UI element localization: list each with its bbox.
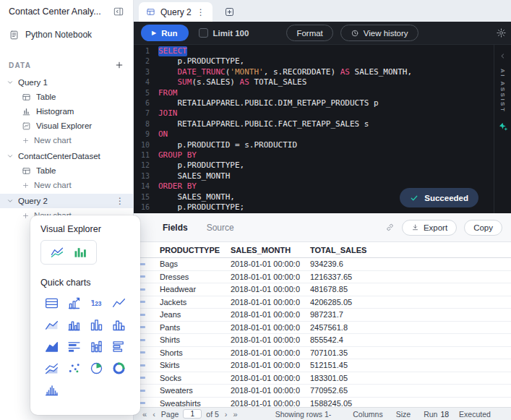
results-panel: Fields Source Export Copy PRODUCTTYPESAL… xyxy=(134,213,511,407)
tree-item-label: Visual Explorer xyxy=(36,121,127,130)
column-header[interactable]: PRODUCTTYPE xyxy=(150,246,220,254)
code-line[interactable]: 1SELECT xyxy=(134,46,494,56)
tab-menu-icon[interactable]: ⋮ xyxy=(197,7,205,17)
line-number: 15 xyxy=(134,192,150,202)
code-line[interactable]: 3 DATE_TRUNC('MONTH', s.RECORDDATE) AS S… xyxy=(134,67,494,77)
page-input[interactable]: 1 xyxy=(183,409,202,419)
item-menu-icon[interactable]: ⋮ xyxy=(113,196,127,206)
ai-sparkle-icon[interactable] xyxy=(498,121,508,132)
code-line[interactable]: 8 RETAILAPPAREL.PUBLIC.FACT_RETAPP_SALES… xyxy=(134,119,494,129)
run-count-label: Run xyxy=(424,410,437,419)
code-line[interactable]: 10 p.PRODUCTID = s.PRODUCTID xyxy=(134,140,494,150)
column-header[interactable]: SALES_MONTH xyxy=(220,246,300,254)
new-tab-icon[interactable] xyxy=(224,7,235,17)
code-line[interactable]: 11GROUP BY xyxy=(134,150,494,160)
table-row[interactable]: Dresses2018-01-01 00:00:001216337.65 xyxy=(134,271,511,284)
explorer-preview-card[interactable] xyxy=(40,240,97,265)
table-row[interactable]: Shorts2018-01-01 00:00:00707101.35 xyxy=(134,347,511,360)
quick-chart-scatter-icon[interactable] xyxy=(66,360,83,376)
table-cell: 512151.45 xyxy=(300,361,511,369)
quick-chart-area-icon[interactable] xyxy=(43,317,61,333)
sidebar-item-query-1[interactable]: Query 1 xyxy=(0,75,133,90)
code-line[interactable]: 13 SALES_MONTH xyxy=(134,171,494,181)
code-line[interactable]: 4 SUM(s.SALES) AS TOTAL_SALES xyxy=(134,77,494,87)
code-line[interactable]: 5FROM xyxy=(134,88,494,98)
sidebar-item-python-notebook[interactable]: Python Notebook xyxy=(0,26,133,43)
size-dropdown[interactable]: Size xyxy=(396,410,411,419)
tab-query-2[interactable]: Query 2 ⋮ xyxy=(139,2,212,22)
table-row[interactable]: Pants2018-01-01 00:00:002457561.8 xyxy=(134,322,511,335)
sidebar-item-new-chart[interactable]: New chart xyxy=(0,133,133,147)
table-row[interactable]: Skirts2018-01-01 00:00:00512151.45 xyxy=(134,359,511,372)
table-row[interactable]: Shirts2018-01-01 00:00:00855542.4 xyxy=(134,334,511,347)
prev-page-icon[interactable]: ‹ xyxy=(150,410,158,419)
quick-chart-histogram-icon[interactable] xyxy=(111,317,128,333)
tab-fields[interactable]: Fields xyxy=(163,223,188,233)
code-line[interactable]: 7JOIN xyxy=(134,108,494,119)
line-number: 1 xyxy=(134,46,150,56)
table-cell: 855542.4 xyxy=(300,335,511,344)
quick-chart-pie-icon[interactable] xyxy=(88,360,106,376)
table-row[interactable]: Jeans2018-01-01 00:00:00987231.7 xyxy=(134,309,511,322)
code-line[interactable]: 12 p.PRODUCTTYPE, xyxy=(134,160,494,171)
quick-chart-number-icon[interactable]: 123 xyxy=(88,295,106,311)
code-line[interactable]: 6 RETAILAPPAREL.PUBLIC.DIM_RETAPP_PRODUC… xyxy=(134,98,494,108)
query-table-icon xyxy=(146,7,155,17)
collapse-sidebar-icon[interactable] xyxy=(113,6,124,17)
status-badge: Succeeded xyxy=(400,188,478,207)
sidebar-item-contactcenterdataset[interactable]: ContactCenterDataset xyxy=(0,149,133,163)
sidebar-item-histogram[interactable]: Histogram xyxy=(0,104,133,119)
limit-checkbox[interactable] xyxy=(199,28,208,38)
check-icon xyxy=(410,194,418,202)
quick-chart-pivot-icon[interactable] xyxy=(66,295,83,311)
quick-chart-line-icon[interactable] xyxy=(111,295,128,311)
view-history-button[interactable]: View history xyxy=(340,25,418,41)
first-page-icon[interactable]: « xyxy=(139,410,150,419)
quick-chart-stacked-area-icon[interactable] xyxy=(43,360,61,376)
tab-label: Query 2 xyxy=(160,7,192,17)
columns-dropdown[interactable]: Columns xyxy=(353,410,382,419)
limit-checkbox-group[interactable]: Limit 100 xyxy=(199,28,249,38)
quick-chart-donut-icon[interactable] xyxy=(111,360,128,376)
sidebar-item-new-chart[interactable]: New chart xyxy=(0,178,133,192)
table-row[interactable]: Jackets2018-01-01 00:00:004206285.05 xyxy=(134,296,511,309)
add-data-icon[interactable] xyxy=(114,60,124,70)
run-button[interactable]: ▶ Run xyxy=(141,25,189,41)
line-number: 5 xyxy=(134,88,150,98)
export-button[interactable]: Export xyxy=(402,220,457,236)
line-number: 8 xyxy=(134,119,150,129)
table-row[interactable]: Sweatshirts2018-01-01 00:00:001588245.05 xyxy=(134,398,511,408)
last-page-icon[interactable]: » xyxy=(231,410,241,419)
quick-chart-column-icon[interactable] xyxy=(88,317,106,333)
link-icon[interactable] xyxy=(385,223,395,232)
table-row[interactable]: Socks2018-01-01 00:00:00183301.05 xyxy=(134,372,511,385)
sidebar-item-table[interactable]: Table xyxy=(0,163,133,178)
sidebar-item-visual-explorer[interactable]: Visual Explorer xyxy=(0,119,133,133)
copy-button[interactable]: Copy xyxy=(464,220,502,236)
table-cell: 2018-01-01 00:00:00 xyxy=(220,310,300,319)
table-row[interactable]: Bags2018-01-01 00:00:00934239.6 xyxy=(134,258,511,271)
quick-chart-table-icon[interactable] xyxy=(43,295,61,311)
sidebar-item-query-2[interactable]: Query 2⋮ xyxy=(0,194,133,208)
quick-chart-bar-icon[interactable] xyxy=(111,338,128,354)
expand-ai-icon[interactable] xyxy=(499,52,507,60)
column-header[interactable]: TOTAL_SALES xyxy=(300,246,511,254)
gear-icon[interactable] xyxy=(496,27,507,38)
tab-source[interactable]: Source xyxy=(207,223,234,233)
quick-chart-filled-area-icon[interactable] xyxy=(43,338,61,354)
table-row[interactable]: Headwear2018-01-01 00:00:00481678.85 xyxy=(134,283,511,296)
code-line[interactable]: 9ON xyxy=(134,129,494,140)
table-row[interactable]: Sweaters2018-01-01 00:00:00770952.65 xyxy=(134,385,511,398)
sidebar-item-table[interactable]: Table xyxy=(0,90,133,104)
quick-chart-bar-combo-icon[interactable] xyxy=(66,338,83,354)
table-cell: 2018-01-01 00:00:00 xyxy=(220,386,300,395)
tree-item-label: Histogram xyxy=(36,107,127,116)
quick-chart-grouped-column-icon[interactable] xyxy=(66,317,83,333)
quick-chart-distribution-icon[interactable] xyxy=(43,382,61,398)
sidebar-tree: Query 1TableHistogramVisual ExplorerNew … xyxy=(0,75,133,223)
format-button[interactable]: Format xyxy=(286,25,332,41)
sql-editor: ▶ Run Limit 100 Format View history 1SEL… xyxy=(134,22,511,213)
code-line[interactable]: 2 p.PRODUCTTYPE, xyxy=(134,56,494,67)
quick-chart-stacked-column-icon[interactable] xyxy=(88,338,106,354)
next-page-icon[interactable]: › xyxy=(222,410,231,419)
